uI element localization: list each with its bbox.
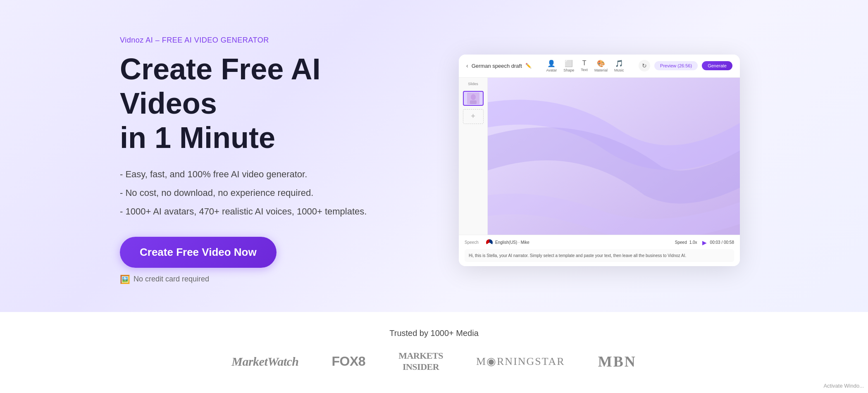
tool-text[interactable]: T Text <box>581 60 588 72</box>
tool-shape-label: Shape <box>563 68 574 72</box>
video-background-svg <box>488 78 740 235</box>
logo-morningstar: M◉RNINGSTAR <box>476 355 565 368</box>
logo-markets-insider: MARKETSINSIDER <box>398 350 443 372</box>
logo-mbn: MBN <box>598 353 637 370</box>
tool-music-label: Music <box>614 68 624 72</box>
slide-add-button[interactable]: + <box>463 109 484 124</box>
hero-bullet-1: - Easy, fast, and 100% free AI video gen… <box>120 167 409 181</box>
speed-value: 1.0x <box>689 240 697 245</box>
hero-title-line2: in 1 Minute <box>120 121 275 154</box>
media-logos: MarketWatch FOX8 MARKETSINSIDER M◉RNINGS… <box>231 350 636 372</box>
app-bar-right: ↻ Preview (26:56) Generate <box>639 60 732 71</box>
voice-selector[interactable]: English(US) · Mike <box>486 239 529 246</box>
speech-panel: Speech English(US) · Mike Speed 1.0x ▶ 0… <box>459 235 740 266</box>
logo-marketwatch: MarketWatch <box>231 355 298 369</box>
slides-panel: Slides + <box>459 78 488 235</box>
brand-label: Vidnoz AI – FREE AI VIDEO GENERATOR <box>120 36 409 45</box>
text-icon: T <box>582 60 587 67</box>
preview-button[interactable]: Preview (26:56) <box>654 61 698 70</box>
app-bar-tools: 👤 Avatar ⬜ Shape T Text 🎨 <box>546 60 624 72</box>
material-icon: 🎨 <box>597 60 605 67</box>
trusted-section: Trusted by 1000+ Media MarketWatch FOX8 … <box>0 312 868 393</box>
activate-windows-text: Activate Windo... <box>823 383 864 389</box>
trusted-label: Trusted by 1000+ Media <box>389 329 479 338</box>
playback-controls: ▶ 00:03 / 00:58 <box>702 239 734 246</box>
hero-right: ‹ German speech draft ✏️ 👤 Avatar ⬜ Shap… <box>459 55 748 266</box>
speech-text-area[interactable]: Hi, this is Stella, your AI narrator. Si… <box>465 249 734 262</box>
time-display: 00:03 / 00:58 <box>710 240 734 245</box>
hero-bullet-3: - 1000+ AI avatars, 470+ realistic AI vo… <box>120 205 409 218</box>
svg-rect-2 <box>470 100 477 104</box>
edit-icon[interactable]: ✏️ <box>525 63 532 69</box>
back-arrow-icon[interactable]: ‹ <box>466 62 468 69</box>
tool-avatar-label: Avatar <box>546 68 557 72</box>
hero-section: Vidnoz AI – FREE AI VIDEO GENERATOR Crea… <box>0 0 868 312</box>
speech-controls: Speech English(US) · Mike Speed 1.0x ▶ 0… <box>465 239 734 246</box>
music-icon: 🎵 <box>615 60 623 67</box>
tool-avatar[interactable]: 👤 Avatar <box>546 60 557 72</box>
avatar-icon: 👤 <box>547 60 556 67</box>
tool-text-label: Text <box>581 68 588 72</box>
voice-flag-icon <box>486 239 493 246</box>
page-wrapper: Vidnoz AI – FREE AI VIDEO GENERATOR Crea… <box>0 0 868 393</box>
tool-material[interactable]: 🎨 Material <box>594 60 608 72</box>
no-credit-card-text: No credit card required <box>134 275 209 283</box>
tool-shape[interactable]: ⬜ Shape <box>563 60 574 72</box>
credit-card-icon: 🖼️ <box>120 274 130 284</box>
hero-bullets: - Easy, fast, and 100% free AI video gen… <box>120 167 409 218</box>
hero-bullet-2: - No cost, no download, no experience re… <box>120 186 409 200</box>
generate-button[interactable]: Generate <box>702 61 732 70</box>
voice-name: English(US) · Mike <box>495 240 529 245</box>
svg-point-1 <box>471 94 476 100</box>
draft-title: German speech draft <box>472 63 522 69</box>
slide-thumb-1[interactable] <box>463 91 484 106</box>
speech-label: Speech <box>465 240 481 245</box>
app-body: Slides + <box>459 78 740 235</box>
hero-left: Vidnoz AI – FREE AI VIDEO GENERATOR Crea… <box>120 36 409 284</box>
logo-fox8: FOX8 <box>332 354 366 369</box>
refresh-button[interactable]: ↻ <box>639 60 650 71</box>
cta-button[interactable]: Create Free Video Now <box>120 237 277 268</box>
slides-label: Slides <box>468 82 478 86</box>
no-credit-card: 🖼️ No credit card required <box>120 274 409 284</box>
app-preview: ‹ German speech draft ✏️ 👤 Avatar ⬜ Shap… <box>459 55 740 266</box>
app-bar-left: ‹ German speech draft ✏️ <box>466 62 532 69</box>
speed-label: Speed <box>675 240 687 245</box>
tool-music[interactable]: 🎵 Music <box>614 60 624 72</box>
play-icon[interactable]: ▶ <box>702 239 707 246</box>
video-area <box>488 78 740 235</box>
hero-title-line1: Create Free AI Videos <box>120 52 321 120</box>
hero-title: Create Free AI Videos in 1 Minute <box>120 52 409 155</box>
speed-control[interactable]: Speed 1.0x <box>675 240 697 245</box>
speech-text: Hi, this is Stella, your AI narrator. Si… <box>469 253 686 258</box>
tool-material-label: Material <box>594 68 608 72</box>
app-bar: ‹ German speech draft ✏️ 👤 Avatar ⬜ Shap… <box>459 55 740 78</box>
slide-thumbnail-svg <box>467 93 479 104</box>
shape-icon: ⬜ <box>565 60 573 67</box>
